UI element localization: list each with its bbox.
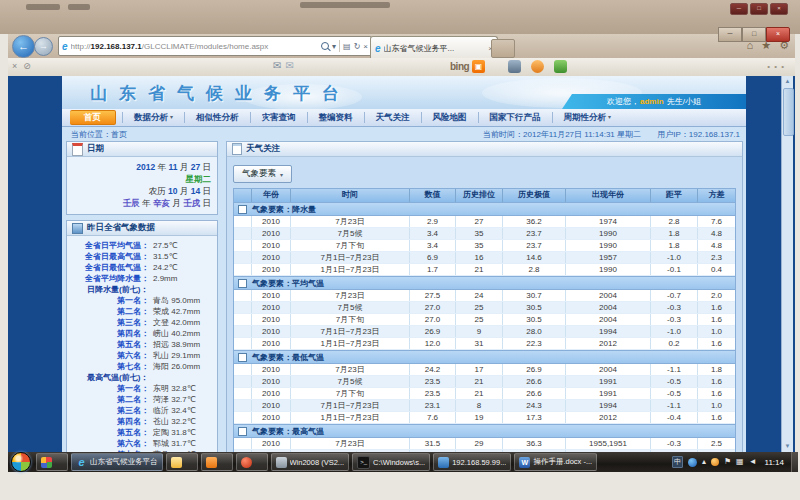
site-banner: 山东省气候业务平台 欢迎您，admin 先生/小姐 <box>62 76 746 109</box>
chevron-down-icon: ▾ <box>608 112 611 123</box>
stat-row: 全省日最低气温： 24.2℃ <box>73 262 211 273</box>
table-cell: 1.6 <box>698 388 735 399</box>
table-cell: -1.1 <box>651 364 698 375</box>
nav-item[interactable]: 灾害查询 ▾ <box>250 112 307 123</box>
table-cell: 25 <box>456 314 503 325</box>
app-icon <box>241 457 252 468</box>
start-button[interactable] <box>11 452 31 472</box>
nav-item[interactable]: 天气关注 ▾ <box>364 112 421 123</box>
show-hidden-icons[interactable]: ▴ <box>702 457 706 467</box>
table-cell: 2010 <box>252 264 291 275</box>
show-desktop-button[interactable] <box>791 452 798 472</box>
table-cell: 25 <box>456 302 503 313</box>
nav-item[interactable]: 整编资料 ▾ <box>307 112 364 123</box>
app-taskbar-button[interactable] <box>201 453 233 471</box>
weekday: 星期二 <box>73 173 211 185</box>
compatibility-view-icon[interactable]: ▤ <box>343 42 351 51</box>
table-cell: 27.0 <box>410 302 456 313</box>
addon-icon[interactable] <box>508 60 521 73</box>
mail-icon[interactable]: ✉ <box>285 60 293 71</box>
table-cell: 1990 <box>566 240 651 251</box>
taskbar-window-button[interactable]: 操作手册.docx -... <box>514 453 597 471</box>
stop-icon[interactable]: × <box>363 42 368 51</box>
taskbar-window-button[interactable]: 192.168.59.99... <box>433 453 511 471</box>
nav-item[interactable]: 国家下行产品 ▾ <box>478 112 552 123</box>
browser-tab[interactable]: e 山东省气候业务平... × <box>370 36 498 59</box>
table-cell: 7月1日~7月23日 <box>291 326 410 337</box>
element-dropdown-button[interactable]: 气象要素 ▾ <box>233 165 292 183</box>
scroll-down-icon[interactable]: ▼ <box>782 441 793 452</box>
vertical-scrollbar[interactable]: ▲ ▼ <box>781 76 793 452</box>
volume-icon[interactable]: ◄ <box>749 457 757 467</box>
ie-taskbar-button[interactable]: e 山东省气候业务平台 <box>71 453 163 471</box>
refresh-icon[interactable]: ↻ <box>354 42 361 51</box>
table-cell: 2004 <box>566 364 651 375</box>
table-cell: 1990 <box>566 264 651 275</box>
ime-icon[interactable]: 中 <box>672 456 683 468</box>
window-controls: ─ □ × <box>718 27 790 42</box>
address-dropdown-icon[interactable]: ▾ <box>332 42 336 51</box>
table-cell: 7.6 <box>410 412 456 423</box>
table-header-cell: 年份 <box>252 189 291 202</box>
screen: ─ □ × ─ □ × ← → e http://192.168.137.1/G… <box>0 0 800 500</box>
nav-item[interactable]: 风险地图 ▾ <box>421 112 478 123</box>
scroll-up-icon[interactable]: ▲ <box>782 76 793 87</box>
explorer-taskbar-button[interactable] <box>166 453 198 471</box>
group-checkbox[interactable] <box>238 279 247 288</box>
table-cell: 26.6 <box>503 376 566 387</box>
table-cell: 7月5候 <box>291 302 410 313</box>
rank-row: 第四名： 崂山 40.2mm <box>73 328 211 339</box>
group-checkbox[interactable] <box>238 205 247 214</box>
mail-icon[interactable]: ✉ <box>273 60 281 71</box>
nav-item[interactable]: 相似性分析 ▾ <box>184 112 250 123</box>
addon-icon[interactable] <box>531 60 544 73</box>
table-cell: 2010 <box>252 338 291 349</box>
site-content: 山东省气候业务平台 欢迎您，admin 先生/小姐 首页 ▾ 数据分析 ▾ 相似… <box>62 76 746 452</box>
table-cell: 17 <box>456 364 503 375</box>
table-cell: 1月1日~7月23日 <box>291 264 410 275</box>
taskbar-window-button[interactable]: Win2008 (VS2... <box>271 453 350 471</box>
security-icon[interactable] <box>711 458 719 466</box>
network-icon[interactable]: ▦ <box>736 457 744 467</box>
table-cell: 27.5 <box>410 290 456 301</box>
maximize-button[interactable]: □ <box>742 27 766 42</box>
forward-button[interactable]: → <box>34 37 53 56</box>
table-row: 20101月1日~7月23日7.61917.32012-0.41.6 <box>234 412 735 424</box>
nav-item[interactable]: 数据分析 ▾ <box>122 112 184 123</box>
address-bar[interactable]: e http://192.168.137.1/GLCCLIMATE/module… <box>58 36 372 56</box>
nav-item[interactable]: 周期性分析 ▾ <box>552 112 623 123</box>
search-icon[interactable] <box>321 42 329 50</box>
group-checkbox[interactable] <box>238 353 247 362</box>
folder-icon <box>171 457 182 468</box>
taskbar-window-button[interactable]: C:\Windows\s... <box>352 453 430 471</box>
taskbar-clock[interactable]: 11:14 <box>765 458 784 467</box>
messenger-icon[interactable] <box>688 458 697 467</box>
table-cell: 2.5 <box>698 438 735 449</box>
minimize-button[interactable]: ─ <box>718 27 742 42</box>
group-checkbox[interactable] <box>238 427 247 436</box>
rank-row: 第六名： 郓城 31.7℃ <box>73 438 211 449</box>
table-cell: 22.3 <box>503 338 566 349</box>
bing-icon[interactable]: ▣ <box>472 60 485 73</box>
table-cell: 2.0 <box>698 290 735 301</box>
app-taskbar-button[interactable] <box>236 453 268 471</box>
table-group: 气象要素：降水量 20107月23日2.92736.219742.87.6 <box>234 202 735 276</box>
table-cell <box>234 412 252 423</box>
scrollbar-thumb[interactable] <box>783 88 794 136</box>
table-cell: 1994 <box>566 400 651 411</box>
addon-icon[interactable] <box>554 60 567 73</box>
action-center-flag-icon[interactable]: ⚑ <box>724 457 731 467</box>
toolbar-close-icon[interactable]: × <box>12 61 17 71</box>
close-button[interactable]: × <box>766 27 790 42</box>
back-button[interactable]: ← <box>12 35 35 58</box>
pinned-app-button[interactable] <box>36 453 68 471</box>
nav-item[interactable]: 首页 ▾ <box>70 110 116 125</box>
blocked-content-icon[interactable]: ⊘ <box>23 61 31 71</box>
table-cell: 2010 <box>252 438 291 449</box>
app-icon <box>206 457 217 468</box>
table-cell <box>234 228 252 239</box>
new-tab-button[interactable] <box>491 39 515 58</box>
stat-row: 全省日平均气温： 27.5℃ <box>73 240 211 251</box>
toolbar-overflow-icon[interactable]: • • • <box>767 62 785 71</box>
table-cell: 2.8 <box>651 216 698 227</box>
